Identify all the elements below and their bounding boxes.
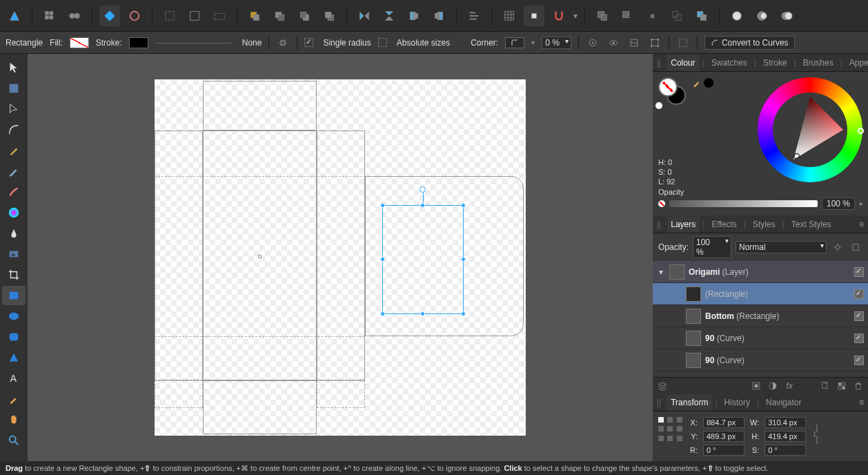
move-front-icon[interactable]: [244, 6, 265, 26]
layer-row[interactable]: (Rectangle): [653, 283, 868, 305]
boolean-intersect-icon[interactable]: [642, 6, 662, 26]
node-tool-icon[interactable]: [2, 99, 26, 119]
x-field[interactable]: 884.7 px: [703, 417, 744, 428]
tab-brushes[interactable]: Brushes: [799, 55, 838, 71]
pen-tool-icon[interactable]: [2, 141, 26, 160]
flip-h-icon[interactable]: [354, 6, 375, 26]
crop-tool-icon[interactable]: [2, 265, 26, 284]
hue-marker[interactable]: [858, 128, 864, 134]
stroke-width-slider[interactable]: [155, 39, 231, 46]
rounded-rect-tool-icon[interactable]: [2, 327, 26, 347]
fill-stroke-selector[interactable]: [658, 77, 686, 105]
canvas[interactable]: [28, 54, 653, 461]
select-all-icon[interactable]: [159, 6, 180, 26]
none-color-icon[interactable]: [655, 102, 662, 109]
select-parent-icon[interactable]: [209, 6, 230, 26]
align-icon[interactable]: [464, 6, 484, 26]
layer-visibility-checkbox[interactable]: [854, 356, 864, 365]
select-rect-icon[interactable]: [184, 6, 205, 26]
brush-tool-icon[interactable]: [2, 182, 26, 202]
blend-mode-dropdown[interactable]: Normal: [736, 241, 827, 253]
opacity-slider[interactable]: [669, 200, 818, 207]
snap-magnet-icon[interactable]: [549, 6, 569, 26]
insert-target-icon[interactable]: [727, 6, 747, 26]
layers-list[interactable]: ▾Origami (Layer)(Rectangle)Bottom (Recta…: [653, 261, 868, 377]
layer-stack-icon[interactable]: [657, 380, 668, 391]
selection-bounds[interactable]: [382, 205, 464, 314]
eyedropper-icon[interactable]: [691, 77, 713, 88]
boolean-add-icon[interactable]: [592, 6, 613, 26]
pencil-tool-icon[interactable]: [2, 162, 26, 181]
rectangle-tool-icon[interactable]: [2, 286, 26, 305]
layer-row[interactable]: ▾Origami (Layer): [653, 261, 868, 283]
color-wheel[interactable]: [758, 77, 862, 182]
layer-visibility-checkbox[interactable]: [854, 267, 864, 277]
h-field[interactable]: 419.4 px: [765, 431, 806, 442]
tab-transform[interactable]: Transform: [667, 394, 712, 411]
panel-drag-handle-icon[interactable]: ||: [657, 220, 661, 229]
boolean-subtract-icon[interactable]: [617, 6, 638, 26]
eyedropper-tool-icon[interactable]: [2, 389, 26, 409]
fx-layer-icon[interactable]: fx: [784, 380, 795, 391]
layer-disclosure-icon[interactable]: ▾: [657, 267, 665, 277]
fill-swatch[interactable]: [70, 37, 89, 48]
tab-layers[interactable]: Layers: [667, 216, 700, 233]
ellipse-tool-icon[interactable]: [2, 307, 26, 326]
corner-value-field[interactable]: 0 %: [542, 37, 571, 49]
zoom-tool-icon[interactable]: [2, 431, 26, 450]
layer-row[interactable]: 90 (Curve): [653, 349, 868, 371]
rotation-handle[interactable]: [420, 186, 426, 193]
flip-v-icon[interactable]: [379, 6, 400, 26]
add-layer-icon[interactable]: [820, 380, 831, 391]
artboard-tool-icon[interactable]: [2, 79, 26, 98]
tab-swatches[interactable]: Swatches: [707, 55, 751, 71]
tab-colour[interactable]: Colour: [667, 55, 699, 71]
layer-visibility-checkbox[interactable]: [854, 333, 864, 343]
adjustment-layer-icon[interactable]: [767, 380, 778, 391]
absolute-sizes-checkbox[interactable]: [378, 38, 387, 47]
tab-history[interactable]: History: [720, 394, 754, 411]
tab-styles[interactable]: Styles: [749, 216, 780, 233]
fill-tool-icon[interactable]: [2, 203, 26, 222]
text-tool-icon[interactable]: A: [2, 369, 26, 388]
layer-row[interactable]: 90 (Curve): [653, 327, 868, 349]
tab-navigator[interactable]: Navigator: [762, 394, 805, 411]
mask-layer-icon[interactable]: [751, 380, 762, 391]
stroke-swatch[interactable]: [129, 37, 148, 48]
anchor-grid[interactable]: [658, 417, 683, 442]
show-rotation-icon[interactable]: [586, 36, 600, 50]
persona-pixel-icon[interactable]: [64, 6, 85, 26]
align-handles-icon[interactable]: [627, 36, 641, 50]
place-image-tool-icon[interactable]: [2, 244, 26, 264]
opacity-dropdown-icon[interactable]: ▾: [859, 200, 862, 208]
tab-appearance[interactable]: Appearance: [845, 55, 868, 71]
w-field[interactable]: 310.4 px: [765, 417, 806, 428]
snap-pixel-icon[interactable]: [524, 6, 544, 26]
delete-layer-icon[interactable]: [853, 380, 864, 391]
y-field[interactable]: 489.3 px: [703, 431, 744, 442]
layer-visibility-checkbox[interactable]: [854, 289, 864, 299]
rotate-cw-icon[interactable]: [428, 6, 449, 26]
layer-clip-icon[interactable]: [849, 240, 862, 254]
lock-children-icon[interactable]: [124, 6, 145, 26]
fill-color-circle[interactable]: [658, 77, 678, 97]
tab-stroke[interactable]: Stroke: [759, 55, 791, 71]
layer-opacity-field[interactable]: 100 %: [693, 236, 731, 258]
r-field[interactable]: 0 °: [703, 445, 744, 456]
show-selection-icon[interactable]: [606, 36, 620, 50]
convert-to-curves-button[interactable]: Convert to Curves: [704, 36, 795, 50]
move-backward-icon[interactable]: [294, 6, 315, 26]
artboard[interactable]: [155, 79, 526, 436]
corner-type-dropdown[interactable]: [505, 37, 524, 48]
layer-settings-gear-icon[interactable]: [831, 240, 845, 254]
opacity-input[interactable]: 100 %: [822, 197, 855, 210]
move-tool-icon[interactable]: [2, 58, 26, 77]
insert-behind-icon[interactable]: [776, 6, 797, 26]
single-radius-checkbox[interactable]: [304, 38, 313, 47]
layer-visibility-checkbox[interactable]: [854, 311, 864, 321]
triangle-tool-icon[interactable]: [2, 348, 26, 367]
gear-icon[interactable]: [276, 36, 290, 50]
persona-designer-icon[interactable]: [39, 6, 60, 26]
panel-drag-handle-icon[interactable]: ||: [657, 58, 661, 68]
panel-drag-handle-icon[interactable]: ||: [657, 398, 661, 407]
